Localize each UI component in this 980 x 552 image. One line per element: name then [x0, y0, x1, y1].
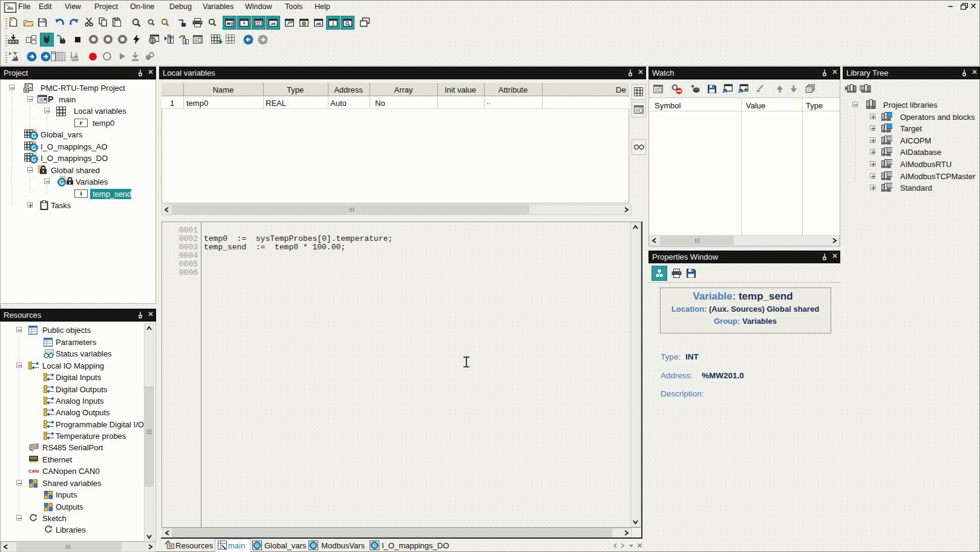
svg-text:G: G [372, 542, 376, 548]
svg-text:G: G [311, 542, 315, 548]
svg-text:G: G [31, 156, 36, 163]
svg-text:G: G [59, 179, 64, 186]
svg-text:G: G [255, 542, 259, 548]
svg-text:G: G [31, 145, 36, 151]
svg-text:G: G [31, 133, 36, 139]
svg-text:I: I [332, 21, 334, 27]
